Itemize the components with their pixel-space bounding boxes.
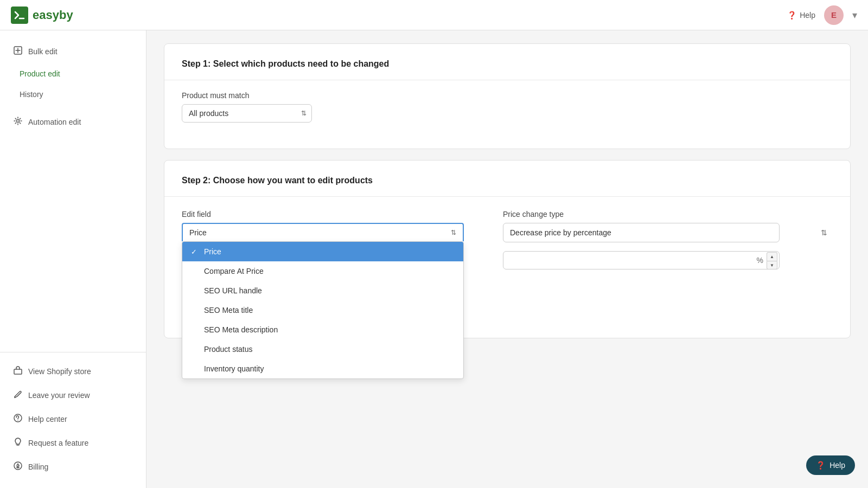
help-float-button[interactable]: ❓ Help [806,455,855,475]
gear-icon [13,116,23,128]
percentage-row: % ▲ ▼ [503,251,833,269]
lightbulb-icon [13,437,23,449]
sidebar: Bulk edit Product edit History Automatio… [0,30,146,488]
product-match-label: Product must match [182,91,833,100]
spinner-buttons: ▲ ▼ [767,252,777,269]
dropdown-item-inventory[interactable]: Inventory quantity [182,359,463,378]
price-change-chevron-icon: ⇅ [821,228,827,237]
dropdown-item-seo-meta-desc-label: SEO Meta description [204,325,278,334]
dropdown-item-price-label: Price [204,247,221,256]
dropdown-item-product-status-label: Product status [204,345,253,354]
help-icon [13,413,23,425]
sidebar-item-help-center[interactable]: Help center [7,408,139,431]
sidebar-help-center-label: Help center [28,415,67,423]
edit-field-dropdown-list: ✓ Price Compare At Price SEO URL handle [182,241,464,379]
app-header: easyby ❓ Help E ▾ [0,0,868,30]
sidebar-item-bulk-edit[interactable]: Bulk edit [7,40,139,63]
price-change-col: Price change type Decrease price by perc… [503,210,833,269]
edit-field-col: Edit field Price ⇅ ✓ Price [182,210,486,241]
dropdown-item-seo-url-label: SEO URL handle [204,286,262,295]
check-icon: ✓ [191,248,200,256]
sidebar-item-automation-edit[interactable]: Automation edit [7,111,139,133]
edit-field-trigger[interactable]: Price ⇅ [182,223,464,241]
store-icon [13,365,23,377]
dropdown-item-compare-at-price[interactable]: Compare At Price [182,261,463,281]
sidebar-item-request-feature[interactable]: Request a feature [7,432,139,454]
dropdown-item-seo-meta-desc[interactable]: SEO Meta description [182,320,463,339]
help-float-label: Help [829,461,845,470]
sidebar-bottom: View Shopify store Leave your review [0,352,146,479]
sidebar-billing-label: Billing [28,463,48,471]
help-button[interactable]: ❓ Help [787,11,815,20]
svg-rect-3 [14,369,22,374]
sidebar-item-product-edit[interactable]: Product edit [7,64,139,84]
sidebar-request-feature-label: Request a feature [28,439,88,447]
step1-card: Step 1: Select which products need to be… [164,43,851,149]
step1-title: Step 1: Select which products need to be… [182,59,833,69]
chevron-up-icon: ⇅ [451,229,456,236]
spinner-up-button[interactable]: ▲ [767,252,777,261]
product-match-select[interactable]: All products Products with tag Products … [182,104,312,123]
spinner-down-button[interactable]: ▼ [767,261,777,269]
menu-toggle[interactable]: ▾ [852,9,857,21]
help-float-icon: ❓ [816,461,825,470]
sidebar-item-billing[interactable]: Billing [7,455,139,478]
dropdown-item-seo-meta-title-label: SEO Meta title [204,306,253,314]
edit-field-label: Edit field [182,210,486,219]
price-change-label: Price change type [503,210,833,219]
sidebar-product-edit-label: Product edit [20,69,60,78]
svg-point-6 [14,462,22,470]
sidebar-view-shopify-label: View Shopify store [28,367,91,376]
logo[interactable]: easyby [11,7,73,24]
sidebar-leave-review-label: Leave your review [28,391,90,400]
main-content: Step 1: Select which products need to be… [146,30,868,488]
percentage-input[interactable] [503,251,780,269]
sidebar-bulk-edit-label: Bulk edit [28,47,58,56]
logo-text: easyby [33,8,73,22]
dropdown-item-compare-at-price-label: Compare At Price [204,267,264,275]
svg-rect-0 [11,7,28,24]
dropdown-item-product-status[interactable]: Product status [182,339,463,359]
sidebar-history-label: History [20,90,43,99]
edit-icon [13,46,23,57]
percentage-input-wrap: % ▲ ▼ [503,251,780,269]
sidebar-main-nav: Bulk edit Product edit History [0,39,146,105]
sidebar-automation-edit-label: Automation edit [28,118,81,126]
sidebar-item-leave-review[interactable]: Leave your review [7,384,139,407]
price-change-select[interactable]: Decrease price by percentage Increase pr… [503,223,780,242]
header-right: ❓ Help E ▾ [787,5,857,25]
svg-point-2 [17,120,20,123]
product-match-select-wrapper: All products Products with tag Products … [182,104,312,123]
billing-icon [13,461,23,473]
help-circle-icon: ❓ [787,11,796,20]
percentage-symbol: % [757,256,763,265]
help-label: Help [800,11,815,20]
edit-field-dropdown-container: Price ⇅ ✓ Price [182,223,486,241]
step2-grid: Edit field Price ⇅ ✓ Price [182,210,833,269]
sidebar-item-history[interactable]: History [7,85,139,104]
dropdown-item-seo-url[interactable]: SEO URL handle [182,281,463,300]
sidebar-item-view-shopify[interactable]: View Shopify store [7,360,139,383]
dropdown-item-seo-meta-title[interactable]: SEO Meta title [182,300,463,320]
pencil-icon [13,389,23,401]
step2-card: Step 2: Choose how you want to edit prod… [164,160,851,338]
svg-point-5 [17,420,18,421]
price-change-select-wrapper: Decrease price by percentage Increase pr… [503,223,833,242]
avatar[interactable]: E [824,5,844,25]
logo-icon [11,7,28,24]
step2-title: Step 2: Choose how you want to edit prod… [182,176,833,185]
layout: Bulk edit Product edit History Automatio… [0,30,868,488]
sidebar-automation-section: Automation edit [0,110,146,134]
dropdown-item-price[interactable]: ✓ Price [182,242,463,261]
edit-field-selected: Price [189,228,207,237]
dropdown-item-inventory-label: Inventory quantity [204,364,264,373]
